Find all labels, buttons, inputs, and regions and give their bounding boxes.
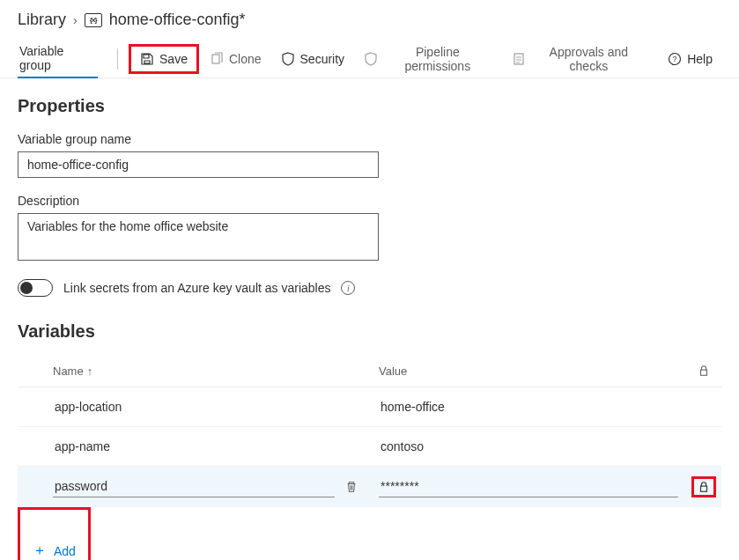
- column-value-header[interactable]: Value: [379, 365, 686, 378]
- table-header: Name ↑ Value: [18, 357, 721, 387]
- svg-rect-0: [212, 55, 219, 63]
- breadcrumb-current: home-office-config*: [109, 11, 246, 29]
- help-button[interactable]: ? Help: [659, 47, 721, 71]
- delete-icon[interactable]: [338, 481, 365, 493]
- plus-icon: ＋: [33, 542, 47, 560]
- clone-button[interactable]: Clone: [201, 47, 270, 71]
- pipeline-permissions-label: Pipeline permissions: [383, 45, 491, 73]
- add-label: Add: [54, 544, 76, 558]
- checklist-icon: [512, 52, 526, 66]
- shield-outline-icon: [364, 52, 378, 66]
- name-label: Variable group name: [18, 132, 721, 146]
- tab-variable-group[interactable]: Variable group: [18, 40, 98, 78]
- variables-heading: Variables: [18, 321, 721, 342]
- toggle-knob: [20, 282, 33, 294]
- var-value-input[interactable]: [379, 436, 678, 457]
- highlight-add: ＋ Add: [18, 507, 91, 560]
- info-icon[interactable]: i: [341, 281, 355, 295]
- properties-heading: Properties: [18, 96, 721, 116]
- var-name-input[interactable]: [53, 475, 335, 497]
- save-button[interactable]: Save: [131, 47, 196, 71]
- clone-label: Clone: [229, 52, 262, 66]
- save-icon: [140, 52, 154, 66]
- var-name-input[interactable]: [53, 396, 335, 417]
- highlight-save: Save: [129, 44, 199, 74]
- save-label: Save: [159, 52, 188, 66]
- approvals-label: Approvals and checks: [531, 45, 647, 73]
- link-secrets-label: Link secrets from an Azure key vault as …: [63, 281, 330, 295]
- lock-icon[interactable]: [698, 481, 710, 493]
- shield-icon: [281, 52, 295, 66]
- divider: [117, 48, 118, 70]
- clone-icon: [210, 52, 224, 66]
- svg-rect-5: [701, 486, 707, 491]
- toolbar: Variable group Save Clone Security Pipel…: [0, 40, 739, 78]
- description-label: Description: [18, 194, 721, 208]
- chevron-right-icon: ›: [73, 13, 78, 27]
- variable-group-icon: {x}: [85, 13, 102, 27]
- approvals-button[interactable]: Approvals and checks: [503, 40, 656, 78]
- sort-asc-icon: ↑: [87, 365, 93, 378]
- security-label: Security: [300, 52, 345, 66]
- svg-rect-4: [701, 370, 707, 375]
- help-icon: ?: [668, 52, 682, 66]
- svg-text:?: ?: [673, 55, 677, 63]
- table-row[interactable]: [18, 387, 721, 427]
- column-lock-header: [686, 365, 721, 378]
- breadcrumb: Library › {x} home-office-config*: [0, 0, 739, 40]
- column-name-header[interactable]: Name ↑: [53, 365, 379, 378]
- var-value-input[interactable]: [379, 475, 678, 497]
- description-input[interactable]: Variables for the home office website: [18, 213, 379, 261]
- var-name-input[interactable]: [53, 436, 335, 457]
- highlight-lock: [691, 476, 716, 497]
- breadcrumb-root[interactable]: Library: [18, 11, 66, 29]
- pipeline-permissions-button[interactable]: Pipeline permissions: [355, 40, 500, 78]
- table-row[interactable]: [18, 427, 721, 467]
- table-row[interactable]: [18, 467, 721, 507]
- security-button[interactable]: Security: [272, 47, 354, 71]
- variable-group-name-input[interactable]: [18, 151, 379, 178]
- add-button[interactable]: ＋ Add: [20, 534, 88, 560]
- help-label: Help: [687, 52, 713, 66]
- var-value-input[interactable]: [379, 396, 678, 417]
- link-secrets-toggle[interactable]: [18, 279, 53, 297]
- variables-table: Name ↑ Value: [18, 357, 721, 507]
